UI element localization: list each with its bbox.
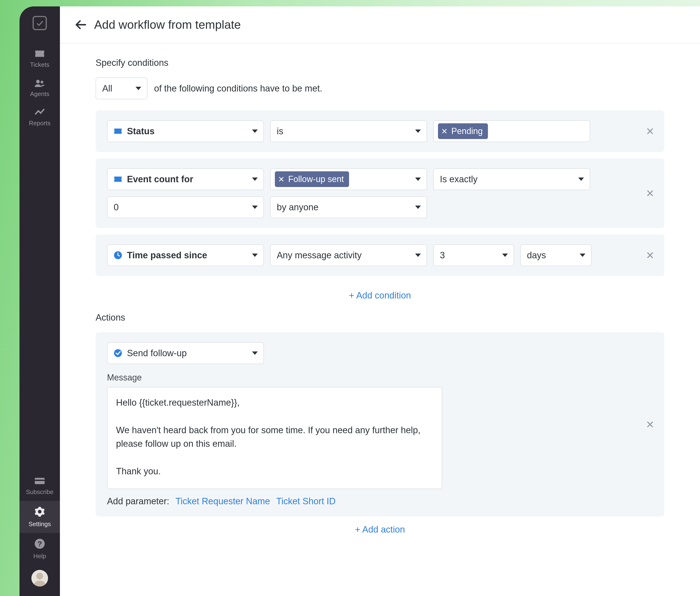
value-chip: Pending xyxy=(438,123,488,139)
condition-event-select[interactable]: Follow-up sent xyxy=(270,168,427,190)
topbar: Add workflow from template xyxy=(60,6,700,44)
condition-operator-select[interactable]: is xyxy=(270,120,427,142)
chevron-down-icon xyxy=(415,206,421,209)
nav-top: Tickets Agents Reports xyxy=(20,45,60,132)
sidebar-item-help[interactable]: ? Help xyxy=(20,533,60,565)
action-row: Send follow-up Message Add parameter: Ti… xyxy=(96,332,664,516)
condition-field-value: Event count for xyxy=(127,174,204,184)
message-textarea[interactable] xyxy=(107,387,442,489)
chevron-down-icon xyxy=(580,254,585,257)
ticket-icon xyxy=(34,50,45,59)
svg-point-0 xyxy=(36,80,40,83)
add-action-button[interactable]: + Add action xyxy=(96,516,664,537)
remove-chip-button[interactable] xyxy=(278,176,284,182)
chevron-down-icon xyxy=(252,206,258,209)
param-link[interactable]: Ticket Short ID xyxy=(276,496,336,507)
sidebar-item-tickets[interactable]: Tickets xyxy=(20,45,60,74)
svg-point-1 xyxy=(41,81,43,83)
check-circle-icon xyxy=(113,348,123,358)
chevron-down-icon xyxy=(135,87,141,90)
chevron-down-icon xyxy=(415,130,421,133)
gear-icon xyxy=(34,506,45,518)
match-mode-value: All xyxy=(102,83,123,94)
avatar[interactable] xyxy=(31,570,48,587)
condition-field-value: Status xyxy=(127,126,166,136)
condition-by-select[interactable]: by anyone xyxy=(270,196,427,218)
action-type-select[interactable]: Send follow-up xyxy=(107,342,264,364)
content: Specify conditions All of the following … xyxy=(60,44,700,596)
chevron-down-icon xyxy=(252,254,258,257)
sidebar-item-label: Subscribe xyxy=(26,488,53,496)
condition-activity-value: Any message activity xyxy=(277,250,373,260)
remove-condition-button[interactable] xyxy=(645,251,655,260)
ticket-icon xyxy=(113,175,123,184)
chip-label: Follow-up sent xyxy=(288,174,344,184)
svg-rect-3 xyxy=(35,480,45,481)
back-button[interactable] xyxy=(74,18,87,31)
condition-number-value: 3 xyxy=(440,250,456,260)
message-label: Message xyxy=(107,372,653,383)
condition-number-select[interactable]: 3 xyxy=(433,244,514,266)
condition-unit-select[interactable]: days xyxy=(520,244,592,266)
condition-operator-value: is xyxy=(277,126,294,136)
page-title: Add workflow from template xyxy=(94,18,241,32)
svg-point-21 xyxy=(114,349,122,357)
sidebar-item-settings[interactable]: Settings xyxy=(20,501,60,533)
chevron-down-icon xyxy=(415,254,421,257)
sidebar-item-label: Reports xyxy=(29,120,50,127)
match-mode-select[interactable]: All xyxy=(96,77,147,99)
condition-unit-value: days xyxy=(527,250,557,260)
param-link[interactable]: Ticket Requester Name xyxy=(175,496,270,507)
app-window: Tickets Agents Reports Subscribe xyxy=(20,6,700,596)
sidebar: Tickets Agents Reports Subscribe xyxy=(20,6,60,596)
match-row: All of the following conditions have to … xyxy=(96,77,664,99)
nav-bottom: Subscribe Settings ? Help xyxy=(20,472,60,565)
sidebar-item-label: Help xyxy=(33,552,46,560)
remove-chip-button[interactable] xyxy=(441,128,448,134)
svg-text:?: ? xyxy=(38,540,42,548)
param-row: Add parameter: Ticket Requester Name Tic… xyxy=(107,496,653,507)
sidebar-item-label: Tickets xyxy=(30,61,49,69)
chevron-down-icon xyxy=(252,178,258,181)
remove-action-button[interactable] xyxy=(645,420,655,429)
condition-field-select[interactable]: Event count for xyxy=(107,168,264,190)
value-chip: Follow-up sent xyxy=(275,171,349,187)
chevron-down-icon xyxy=(252,352,258,355)
condition-count-value: 0 xyxy=(114,202,130,212)
chevron-down-icon xyxy=(578,178,584,181)
main: Add workflow from template Specify condi… xyxy=(60,6,700,596)
remove-condition-button[interactable] xyxy=(645,188,655,198)
sidebar-item-subscribe[interactable]: Subscribe xyxy=(20,472,60,501)
condition-row: Status is Pending xyxy=(96,110,664,152)
chevron-down-icon xyxy=(252,130,258,133)
sidebar-item-label: Settings xyxy=(28,520,51,528)
condition-field-select[interactable]: Time passed since xyxy=(107,244,264,266)
action-type-value: Send follow-up xyxy=(127,348,198,358)
condition-activity-select[interactable]: Any message activity xyxy=(270,244,427,266)
condition-by-value: by anyone xyxy=(277,202,329,212)
app-logo xyxy=(32,16,47,30)
add-condition-button[interactable]: + Add condition xyxy=(96,282,664,303)
sidebar-item-agents[interactable]: Agents xyxy=(20,74,60,103)
reports-icon xyxy=(34,108,45,117)
condition-row: Event count for Follow-up sent xyxy=(96,158,664,228)
help-icon: ? xyxy=(34,538,45,550)
match-suffix-text: of the following conditions have to be m… xyxy=(154,83,322,94)
actions-heading: Actions xyxy=(96,312,664,323)
chevron-down-icon xyxy=(415,178,421,181)
chevron-down-icon xyxy=(502,254,508,257)
condition-comparison-select[interactable]: Is exactly xyxy=(433,168,590,190)
add-parameter-label: Add parameter: xyxy=(107,496,169,507)
agents-icon xyxy=(34,79,45,88)
svg-point-7 xyxy=(36,573,43,579)
remove-condition-button[interactable] xyxy=(645,126,655,136)
chip-label: Pending xyxy=(451,126,483,136)
ticket-icon xyxy=(113,126,123,136)
condition-field-select[interactable]: Status xyxy=(107,120,264,142)
credit-card-icon xyxy=(34,477,45,486)
condition-field-value: Time passed since xyxy=(127,250,218,260)
condition-count-select[interactable]: 0 xyxy=(107,196,264,218)
clock-icon xyxy=(113,251,123,260)
condition-value-select[interactable]: Pending xyxy=(433,120,590,142)
sidebar-item-reports[interactable]: Reports xyxy=(20,103,60,132)
